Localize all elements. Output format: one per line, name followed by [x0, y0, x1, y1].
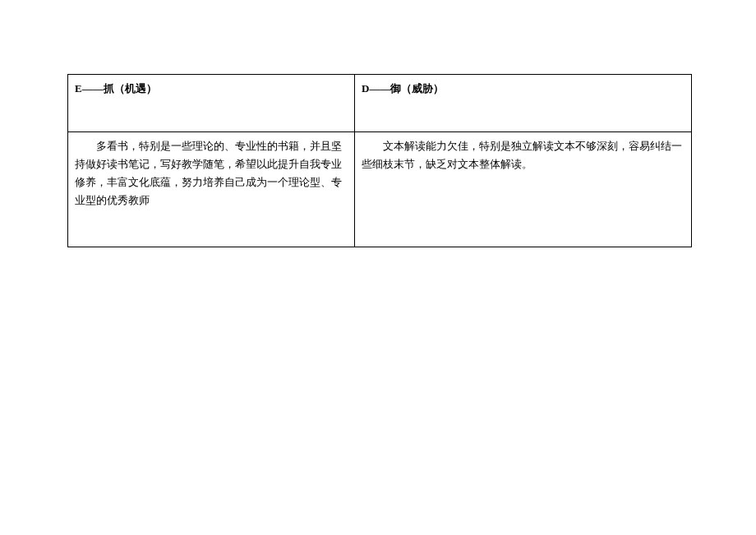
header-label-e: E——抓（机遇） — [75, 82, 157, 95]
content-text-d: 文本解读能力欠佳，特别是独立解读文本不够深刻，容易纠结一些细枝末节，缺乏对文本整… — [362, 137, 685, 173]
swot-table-container: E——抓（机遇） D——御（威胁） 多看书，特别是一些理论的、专业性的书籍，并且… — [67, 74, 691, 247]
table-content-row: 多看书，特别是一些理论的、专业性的书籍，并且坚持做好读书笔记，写好教学随笔，希望… — [68, 132, 692, 247]
header-label-d: D——御（威胁） — [362, 82, 444, 95]
content-text-e: 多看书，特别是一些理论的、专业性的书籍，并且坚持做好读书笔记，写好教学随笔，希望… — [75, 137, 348, 210]
swot-table: E——抓（机遇） D——御（威胁） 多看书，特别是一些理论的、专业性的书籍，并且… — [67, 74, 692, 247]
header-cell-e: E——抓（机遇） — [68, 75, 355, 132]
content-cell-e: 多看书，特别是一些理论的、专业性的书籍，并且坚持做好读书笔记，写好教学随笔，希望… — [68, 132, 355, 247]
content-cell-d: 文本解读能力欠佳，特别是独立解读文本不够深刻，容易纠结一些细枝末节，缺乏对文本整… — [355, 132, 692, 247]
header-cell-d: D——御（威胁） — [355, 75, 692, 132]
table-header-row: E——抓（机遇） D——御（威胁） — [68, 75, 692, 132]
